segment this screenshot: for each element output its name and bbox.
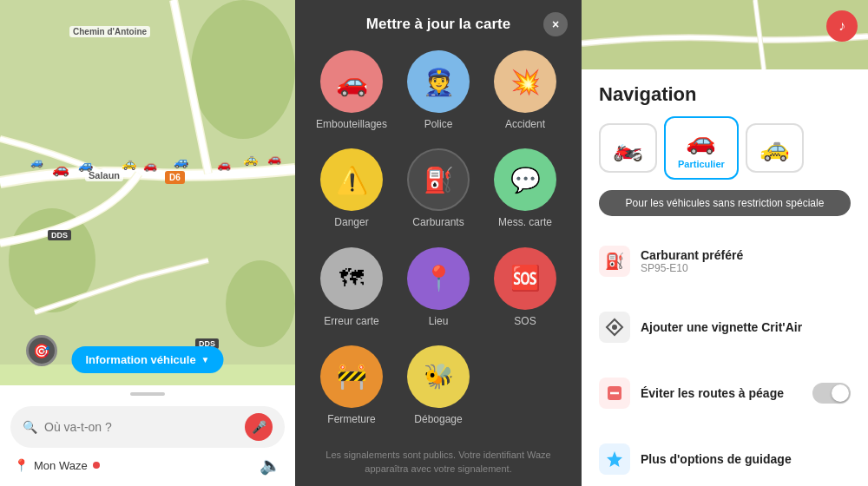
close-button[interactable]: × bbox=[543, 12, 568, 36]
info-vehicle-button[interactable]: Information véhicule ▼ bbox=[71, 346, 223, 373]
fermeture-icon: 🚧 bbox=[337, 362, 367, 391]
d6-road-badge: D6 bbox=[165, 171, 185, 184]
waze-car-3: 🚕 bbox=[122, 156, 136, 170]
svg-rect-4 bbox=[582, 0, 868, 69]
danger-label: Danger bbox=[334, 216, 368, 228]
location-pin-icon: 📍 bbox=[14, 458, 29, 472]
debogage-icon-circle: 🐝 bbox=[407, 345, 470, 408]
nav-title: Navigation bbox=[599, 83, 851, 106]
carburants-icon: ⛽ bbox=[424, 166, 454, 194]
toll-icon bbox=[605, 384, 624, 403]
guidage-title: Plus d'options de guidage bbox=[641, 452, 851, 466]
waze-car-1: 🚗 bbox=[52, 161, 69, 177]
report-header: Mettre à jour la carte × bbox=[295, 0, 582, 43]
location-button[interactable]: 🎯 bbox=[26, 335, 57, 366]
mon-waze-button[interactable]: 📍 Mon Waze bbox=[14, 458, 100, 472]
vehicle-particulier[interactable]: 🚗 Particulier bbox=[664, 116, 739, 180]
guidage-option-icon bbox=[599, 443, 630, 475]
mic-button[interactable]: 🎤 bbox=[245, 413, 273, 441]
peage-option-icon bbox=[599, 378, 630, 409]
vignette-option-text: Ajouter une vignette Crit'Air bbox=[641, 320, 851, 334]
peage-option-text: Éviter les routes à péage bbox=[641, 386, 802, 400]
lieu-label: Lieu bbox=[429, 315, 449, 327]
peage-toggle[interactable] bbox=[812, 383, 851, 404]
waze-car-4: 🚗 bbox=[143, 159, 157, 172]
report-item-debogage[interactable]: 🐝 Débogage bbox=[399, 345, 477, 435]
navigation-panel: ♪ Navigation 🏍️ 🚗 Particulier 🚕 Pour les… bbox=[582, 0, 868, 486]
police-icon-circle: 👮 bbox=[407, 50, 470, 113]
waze-car-7: 🚕 bbox=[243, 152, 258, 166]
waze-status-dot bbox=[93, 462, 100, 469]
particulier-label: Particulier bbox=[678, 159, 725, 169]
search-bar[interactable]: 🔍 🎤 bbox=[10, 406, 285, 448]
nav-option-vignette[interactable]: Ajouter une vignette Crit'Air bbox=[599, 306, 851, 348]
dds-badge1: DDS bbox=[48, 230, 71, 240]
search-input[interactable] bbox=[44, 420, 238, 434]
report-items-grid: 🚗 Embouteillages 👮 Police 💥 Accident ⚠️ … bbox=[295, 43, 582, 442]
fermeture-label: Fermeture bbox=[327, 413, 375, 425]
nav-option-carburant[interactable]: ⛽ Carburant préféré SP95-E10 bbox=[599, 240, 851, 282]
map-panel: Salaun Chemin d'Antoine D6 DDS DDS 🚗 🚙 🚕… bbox=[0, 0, 295, 486]
report-footer: Les signalements sont publics. Votre ide… bbox=[295, 442, 582, 476]
report-item-fermeture[interactable]: 🚧 Fermeture bbox=[312, 345, 391, 435]
car-icon: 🚗 bbox=[686, 127, 716, 155]
nav-content: Navigation 🏍️ 🚗 Particulier 🚕 Pour les v… bbox=[582, 69, 868, 486]
svg-marker-9 bbox=[607, 451, 622, 467]
fuel-icon: ⛽ bbox=[605, 252, 624, 271]
carburant-title: Carburant préféré bbox=[641, 248, 851, 262]
sos-icon: 🆘 bbox=[510, 264, 541, 292]
report-item-sos[interactable]: 🆘 SOS bbox=[486, 247, 564, 337]
police-label: Police bbox=[424, 118, 453, 130]
sos-label: SOS bbox=[514, 315, 536, 327]
accident-icon-circle: 💥 bbox=[494, 50, 556, 113]
star-icon bbox=[605, 450, 624, 469]
close-icon: × bbox=[552, 17, 559, 31]
report-item-danger[interactable]: ⚠️ Danger bbox=[312, 148, 391, 238]
chemin-label: Chemin d'Antoine bbox=[69, 26, 150, 37]
bottom-navigation: 📍 Mon Waze 🔈 bbox=[10, 455, 285, 476]
report-item-carburants[interactable]: ⛽ Carburants bbox=[399, 148, 477, 238]
nav-map-preview: ♪ bbox=[582, 0, 868, 69]
vehicle-moto[interactable]: 🏍️ bbox=[599, 123, 657, 173]
vehicle-taxi[interactable]: 🚕 bbox=[746, 123, 804, 173]
nav-option-peage[interactable]: Éviter les routes à péage bbox=[599, 372, 851, 414]
music-icon: ♪ bbox=[838, 18, 845, 34]
carburants-icon-circle: ⛽ bbox=[407, 148, 470, 211]
report-item-lieu[interactable]: 📍 Lieu bbox=[399, 247, 477, 337]
lieu-icon-circle: 📍 bbox=[407, 247, 470, 310]
embouteillages-label: Embouteillages bbox=[316, 118, 387, 130]
report-item-mess-carte[interactable]: 💬 Mess. carte bbox=[486, 148, 564, 238]
carburant-option-text: Carburant préféré SP95-E10 bbox=[641, 248, 851, 274]
lieu-icon: 📍 bbox=[424, 264, 454, 292]
carburant-sub: SP95-E10 bbox=[641, 262, 851, 274]
diamond-icon bbox=[605, 318, 624, 337]
report-item-accident[interactable]: 💥 Accident bbox=[486, 50, 564, 140]
search-icon: 🔍 bbox=[23, 420, 37, 434]
nav-option-guidage[interactable]: Plus d'options de guidage bbox=[599, 438, 851, 480]
waze-car-2: 🚙 bbox=[78, 158, 93, 172]
erreur-carte-icon-circle: 🗺 bbox=[320, 247, 383, 310]
svg-point-3 bbox=[226, 260, 295, 347]
svg-point-1 bbox=[191, 0, 295, 139]
embouteillages-icon-circle: 🚗 bbox=[320, 50, 383, 113]
report-item-embouteillages[interactable]: 🚗 Embouteillages bbox=[312, 50, 391, 140]
accident-label: Accident bbox=[505, 118, 545, 130]
map-bottom-bar: 🔍 🎤 📍 Mon Waze 🔈 bbox=[0, 385, 295, 486]
report-item-police[interactable]: 👮 Police bbox=[399, 50, 477, 140]
svg-point-6 bbox=[612, 325, 617, 330]
report-footer-text: Les signalements sont publics. Votre ide… bbox=[326, 450, 550, 473]
erreur-carte-label: Erreur carte bbox=[324, 315, 378, 327]
debogage-icon: 🐝 bbox=[424, 362, 454, 391]
peage-title: Éviter les routes à péage bbox=[641, 386, 802, 400]
mess-carte-icon: 💬 bbox=[510, 166, 541, 194]
restriction-badge: Pour les véhicules sans restriction spéc… bbox=[599, 190, 851, 216]
volume-button[interactable]: 🔈 bbox=[260, 455, 281, 476]
mess-carte-label: Mess. carte bbox=[498, 216, 552, 228]
chevron-down-icon: ▼ bbox=[201, 355, 210, 364]
report-item-erreur-carte[interactable]: 🗺 Erreur carte bbox=[312, 247, 391, 337]
embouteillages-icon: 🚗 bbox=[336, 67, 368, 97]
music-button[interactable]: ♪ bbox=[826, 10, 858, 42]
waze-car-8: 🚗 bbox=[267, 152, 281, 165]
danger-icon-circle: ⚠️ bbox=[320, 148, 383, 211]
vignette-option-icon bbox=[599, 312, 630, 343]
